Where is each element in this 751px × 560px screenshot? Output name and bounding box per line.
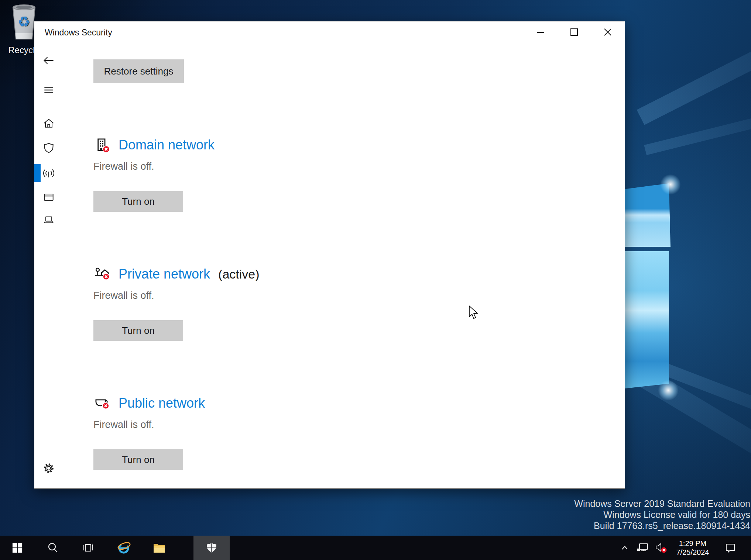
firewall-status-text: Firewall is off. xyxy=(93,419,154,431)
section-domain-network: Domain network Firewall is off. Turn on xyxy=(93,136,463,221)
settings-gear-icon xyxy=(42,461,55,476)
internet-explorer-icon xyxy=(116,540,131,555)
desktop: ♻ Recycle Windows Security xyxy=(0,0,751,560)
section-public-network: Public network Firewall is off. Turn on xyxy=(93,395,463,480)
sidebar-item-virus-protection[interactable] xyxy=(40,139,58,157)
titlebar[interactable]: Windows Security xyxy=(34,21,625,43)
public-network-link[interactable]: Public network xyxy=(93,395,213,412)
windows-security-window: Windows Security xyxy=(34,21,625,489)
sidebar-item-settings[interactable] xyxy=(40,459,58,477)
firewall-status-text: Firewall is off. xyxy=(93,161,154,172)
section-private-network: Private network (active) Firewall is off… xyxy=(93,266,463,350)
maximize-button[interactable] xyxy=(557,21,591,43)
start-button[interactable] xyxy=(0,536,35,560)
minimize-button[interactable] xyxy=(524,21,557,43)
sidebar-item-firewall[interactable] xyxy=(40,164,58,182)
volume-muted-icon xyxy=(654,542,668,554)
taskbar: 1:29 PM 7/25/2024 xyxy=(0,536,751,560)
window-title: Windows Security xyxy=(45,28,112,38)
firewall-status-text: Firewall is off. xyxy=(93,290,154,301)
home-icon xyxy=(42,116,55,131)
section-title: Domain network xyxy=(119,137,215,153)
tray-network-icon xyxy=(637,542,649,554)
task-view-icon xyxy=(82,542,94,554)
section-title: Private network xyxy=(119,266,210,282)
minimize-icon xyxy=(536,28,545,37)
domain-network-icon xyxy=(93,136,110,153)
tray-network-button[interactable] xyxy=(634,536,651,560)
internet-explorer-button[interactable] xyxy=(106,536,141,560)
domain-network-link[interactable]: Domain network xyxy=(93,136,223,153)
private-network-link[interactable]: Private network (active) xyxy=(93,266,260,283)
mouse-cursor xyxy=(468,305,479,322)
sidebar-item-device-security[interactable] xyxy=(40,211,58,228)
os-watermark: Windows Server 2019 Standard Evaluation … xyxy=(574,498,750,531)
wallpaper-glow xyxy=(658,380,679,401)
close-icon xyxy=(603,28,612,37)
apps-icon xyxy=(42,190,55,204)
section-suffix: (active) xyxy=(218,267,259,281)
file-explorer-button[interactable] xyxy=(142,536,176,560)
mouse-cursor-icon xyxy=(468,305,479,320)
device-icon xyxy=(42,212,55,227)
file-explorer-icon xyxy=(152,542,166,554)
wallpaper-beam xyxy=(644,99,751,155)
close-button[interactable] xyxy=(591,21,624,43)
maximize-icon xyxy=(570,28,579,37)
task-view-button[interactable] xyxy=(71,536,106,560)
sidebar-item-home[interactable] xyxy=(40,114,58,132)
menu-button[interactable] xyxy=(40,81,58,99)
tray-volume-button[interactable] xyxy=(651,536,671,560)
turn-on-button-private[interactable]: Turn on xyxy=(93,320,183,341)
windows-security-taskbar-button[interactable] xyxy=(193,536,230,560)
watermark-line: Build 17763.rs5_release.180914-1434 xyxy=(574,520,750,531)
shield-icon xyxy=(42,141,55,155)
menu-icon xyxy=(42,83,55,97)
tray-chevron-icon xyxy=(620,543,630,553)
firewall-icon xyxy=(42,166,55,180)
start-icon xyxy=(12,542,23,553)
search-button[interactable] xyxy=(35,536,70,560)
search-icon xyxy=(47,542,59,554)
public-network-icon xyxy=(93,395,110,412)
section-title: Public network xyxy=(119,395,205,411)
back-button[interactable] xyxy=(40,52,58,69)
turn-on-button-public[interactable]: Turn on xyxy=(93,449,183,470)
action-center-button[interactable] xyxy=(720,536,741,560)
action-center-icon xyxy=(724,542,736,554)
svg-text:♻: ♻ xyxy=(18,14,30,30)
restore-settings-button[interactable]: Restore settings xyxy=(93,59,184,83)
wallpaper-glow xyxy=(660,174,681,195)
watermark-line: Windows License valid for 180 days xyxy=(574,509,750,520)
wallpaper-beam xyxy=(637,3,751,125)
defender-shield-icon xyxy=(206,542,217,554)
private-network-icon xyxy=(93,266,110,283)
turn-on-button-domain[interactable]: Turn on xyxy=(93,191,183,212)
wallpaper-beam xyxy=(639,369,751,508)
clock-date: 7/25/2024 xyxy=(673,548,712,557)
clock-time: 1:29 PM xyxy=(673,539,712,548)
tray-clock[interactable]: 1:29 PM 7/25/2024 xyxy=(671,536,714,560)
tray-overflow-button[interactable] xyxy=(615,536,634,560)
watermark-line: Windows Server 2019 Standard Evaluation xyxy=(574,498,750,509)
back-icon xyxy=(42,53,55,68)
sidebar-item-app-browser-control[interactable] xyxy=(40,188,58,206)
